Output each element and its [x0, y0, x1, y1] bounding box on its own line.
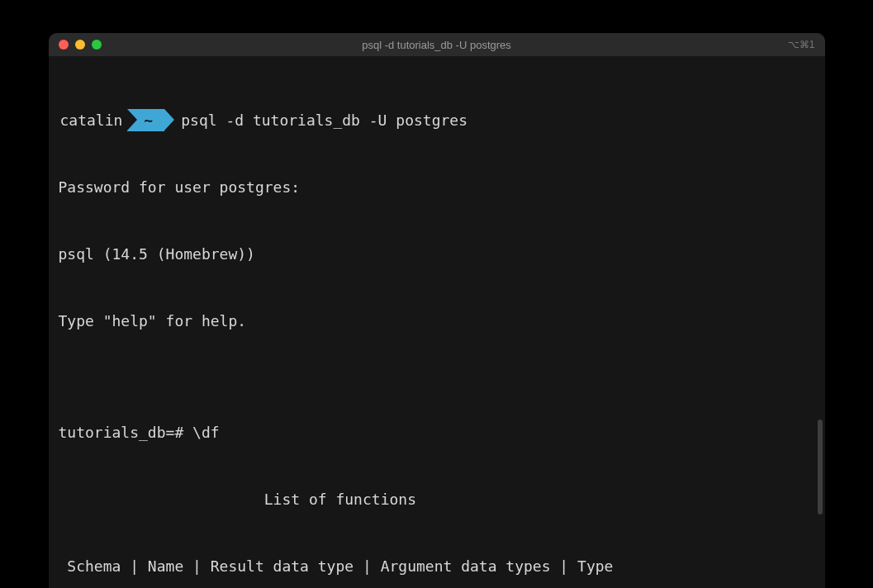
prompt-user: catalin	[59, 109, 128, 131]
psql-prompt-line: tutorials_db=# \df	[59, 421, 815, 443]
shortcut-hint: ⌥⌘1	[788, 39, 815, 50]
prompt-command: psql -d tutorials_db -U postgres	[181, 109, 467, 131]
prompt-path: ~	[127, 109, 164, 131]
output-line: Schema | Name | Result data type | Argum…	[59, 555, 815, 577]
traffic-lights	[59, 40, 102, 50]
title-bar: psql -d tutorials_db -U postgres ⌥⌘1	[49, 33, 825, 56]
output-line: Password for user postgres:	[59, 176, 815, 198]
output-line: psql (14.5 (Homebrew))	[59, 243, 815, 265]
scrollbar-thumb[interactable]	[818, 420, 823, 514]
output-line: Type "help" for help.	[59, 310, 815, 332]
window-title: psql -d tutorials_db -U postgres	[362, 39, 511, 51]
maximize-button[interactable]	[92, 40, 102, 50]
output-line: List of functions	[59, 488, 815, 510]
terminal-window: psql -d tutorials_db -U postgres ⌥⌘1 cat…	[49, 33, 825, 588]
shell-prompt-line: catalin~psql -d tutorials_db -U postgres	[59, 109, 815, 131]
close-button[interactable]	[59, 40, 69, 50]
minimize-button[interactable]	[75, 40, 85, 50]
terminal-body[interactable]: catalin~psql -d tutorials_db -U postgres…	[49, 56, 825, 588]
